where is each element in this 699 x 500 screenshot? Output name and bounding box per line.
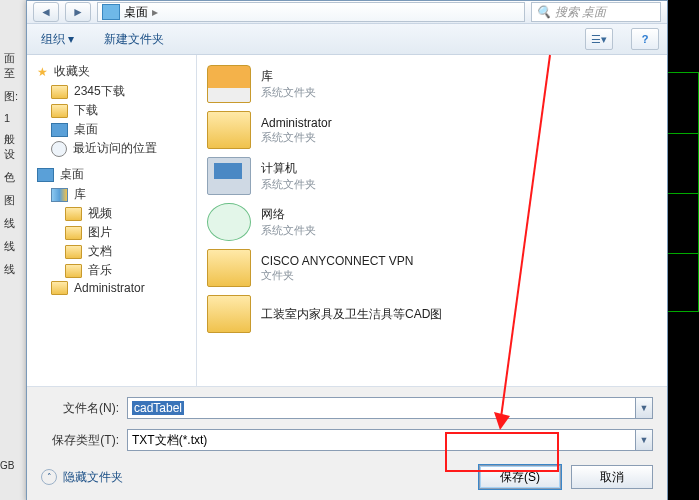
list-item-subtitle: 系统文件夹 bbox=[261, 85, 316, 100]
host-app-sidebar: 面至图: 1般设 色图 线线 线 GB bbox=[0, 0, 26, 500]
folder-icon bbox=[65, 245, 82, 259]
tree-desktop[interactable]: 桌面 bbox=[37, 166, 192, 183]
folder-icon bbox=[65, 207, 82, 221]
folder-icon bbox=[51, 104, 68, 118]
organize-menu[interactable]: 组织 ▾ bbox=[35, 28, 80, 51]
tree-item-music[interactable]: 音乐 bbox=[37, 261, 192, 280]
bottom-panel: 文件名(N): cadTabel ▼ 保存类型(T): TXT文档(*.txt)… bbox=[27, 386, 667, 500]
tree-item-pictures[interactable]: 图片 bbox=[37, 223, 192, 242]
tree-item-desktop[interactable]: 桌面 bbox=[37, 120, 192, 139]
tree-item-admin[interactable]: Administrator bbox=[37, 280, 192, 296]
nav-tree[interactable]: ★ 收藏夹 2345下载 下载 桌面 最近访问的位置 桌面 库 视频 图片 bbox=[27, 55, 197, 386]
view-mode-button[interactable]: ☰▾ bbox=[585, 28, 613, 50]
list-item[interactable]: 库系统文件夹 bbox=[201, 61, 663, 107]
library-icon bbox=[51, 188, 68, 202]
list-item-subtitle: 系统文件夹 bbox=[261, 130, 332, 145]
tree-item-downloads[interactable]: 下载 bbox=[37, 101, 192, 120]
filename-value: cadTabel bbox=[132, 401, 184, 415]
filetype-select[interactable]: TXT文档(*.txt) ▼ bbox=[127, 429, 653, 451]
tree-item-documents[interactable]: 文档 bbox=[37, 242, 192, 261]
list-item-title: CISCO ANYCONNECT VPN bbox=[261, 254, 413, 268]
toolbar: 组织 ▾ 新建文件夹 ☰▾ ? bbox=[27, 24, 667, 55]
list-item-title: 计算机 bbox=[261, 160, 316, 177]
list-item[interactable]: CISCO ANYCONNECT VPN文件夹 bbox=[201, 245, 663, 291]
folder-icon bbox=[65, 264, 82, 278]
breadcrumb-location: 桌面 bbox=[124, 4, 148, 21]
list-item-subtitle: 系统文件夹 bbox=[261, 177, 316, 192]
folder-icon bbox=[207, 157, 251, 195]
folder-icon bbox=[207, 295, 251, 333]
filetype-label: 保存类型(T): bbox=[41, 432, 119, 449]
list-item-title: 工装室内家具及卫生洁具等CAD图 bbox=[261, 306, 442, 323]
dropdown-icon[interactable]: ▼ bbox=[635, 430, 652, 450]
list-item-title: 库 bbox=[261, 68, 316, 85]
list-item[interactable]: 计算机系统文件夹 bbox=[201, 153, 663, 199]
list-item-title: 网络 bbox=[261, 206, 316, 223]
chevron-right-icon: ▸ bbox=[152, 5, 158, 19]
star-icon: ★ bbox=[37, 65, 48, 79]
list-item[interactable]: Administrator系统文件夹 bbox=[201, 107, 663, 153]
nav-forward-button[interactable]: ► bbox=[65, 2, 91, 22]
filename-input[interactable]: cadTabel ▼ bbox=[127, 397, 653, 419]
dropdown-icon[interactable]: ▼ bbox=[635, 398, 652, 418]
filename-label: 文件名(N): bbox=[41, 400, 119, 417]
chevron-up-icon: ˄ bbox=[41, 469, 57, 485]
clock-icon bbox=[51, 141, 67, 157]
list-item[interactable]: 工装室内家具及卫生洁具等CAD图 bbox=[201, 291, 663, 337]
desktop-icon bbox=[102, 4, 120, 20]
tree-item-video[interactable]: 视频 bbox=[37, 204, 192, 223]
cancel-button[interactable]: 取消 bbox=[571, 465, 653, 489]
folder-icon bbox=[207, 111, 251, 149]
folder-icon bbox=[65, 226, 82, 240]
nav-back-button[interactable]: ◄ bbox=[33, 2, 59, 22]
background-editor bbox=[664, 0, 699, 500]
search-placeholder: 搜索 桌面 bbox=[555, 4, 606, 21]
breadcrumb[interactable]: 桌面 ▸ bbox=[97, 2, 525, 22]
save-button[interactable]: 保存(S) bbox=[479, 465, 561, 489]
new-folder-button[interactable]: 新建文件夹 bbox=[98, 28, 170, 51]
search-icon: 🔍 bbox=[536, 5, 551, 19]
tree-item-recent[interactable]: 最近访问的位置 bbox=[37, 139, 192, 158]
desktop-icon bbox=[51, 123, 68, 137]
folder-icon bbox=[207, 249, 251, 287]
save-as-dialog: ◄ ► 桌面 ▸ 🔍 搜索 桌面 组织 ▾ 新建文件夹 ☰▾ ? bbox=[26, 0, 668, 500]
folder-icon bbox=[51, 281, 68, 295]
desktop-icon bbox=[37, 168, 54, 182]
help-button[interactable]: ? bbox=[631, 28, 659, 50]
list-item-title: Administrator bbox=[261, 116, 332, 130]
folder-icon bbox=[207, 203, 251, 241]
hide-folders-link[interactable]: ˄ 隐藏文件夹 bbox=[41, 469, 123, 486]
folder-icon bbox=[51, 85, 68, 99]
list-item-subtitle: 文件夹 bbox=[261, 268, 413, 283]
folder-icon bbox=[207, 65, 251, 103]
tree-item-2345[interactable]: 2345下载 bbox=[37, 82, 192, 101]
filetype-value: TXT文档(*.txt) bbox=[132, 432, 207, 449]
tree-library[interactable]: 库 bbox=[37, 185, 192, 204]
search-input[interactable]: 🔍 搜索 桌面 bbox=[531, 2, 661, 22]
titlebar: ◄ ► 桌面 ▸ 🔍 搜索 桌面 bbox=[27, 1, 667, 24]
file-list[interactable]: 库系统文件夹Administrator系统文件夹计算机系统文件夹网络系统文件夹C… bbox=[197, 55, 667, 386]
list-item-subtitle: 系统文件夹 bbox=[261, 223, 316, 238]
list-item[interactable]: 网络系统文件夹 bbox=[201, 199, 663, 245]
tree-favorites[interactable]: ★ 收藏夹 bbox=[37, 63, 192, 80]
